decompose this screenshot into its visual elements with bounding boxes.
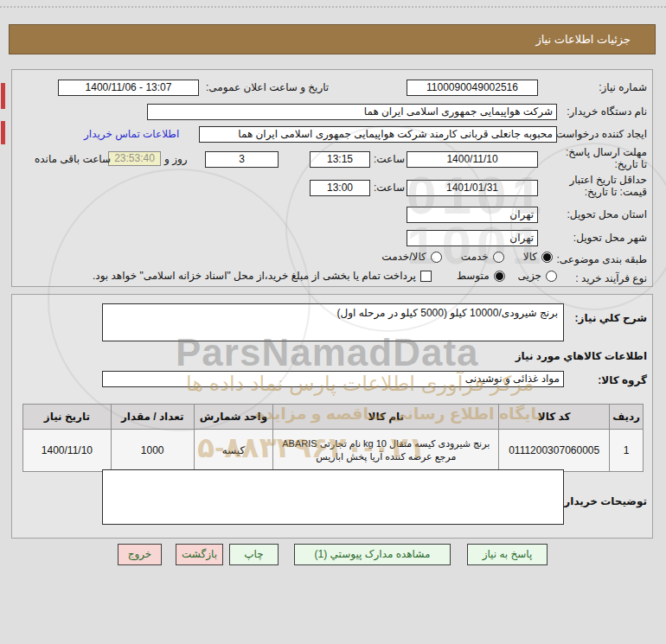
goods-table: ردیف کد کالا نام کالا واحد شمارش تعداد /… (22, 404, 644, 472)
need-number-label: شماره نیاز: (599, 81, 647, 93)
delivery-city-field[interactable]: تهران (407, 230, 538, 246)
print-button[interactable]: چاپ (229, 544, 279, 565)
classification-option-goods[interactable]: کالا (523, 251, 553, 263)
cell-item-code: 0111200307060005 (499, 430, 610, 472)
top-dotted-divider (0, 6, 666, 8)
col-item-code: کد کالا (499, 405, 610, 430)
respond-to-need-button[interactable]: پاسخ به نیاز (467, 544, 548, 565)
price-validity-label: حداقل تاریخ اعتبار قیمت: تا تاریخ: (555, 174, 647, 198)
delivery-city-label: شهر محل تحویل: (573, 232, 647, 244)
classification-option-service[interactable]: خدمت (461, 251, 504, 263)
general-description-label: شرح كلي نیاز: (575, 312, 647, 324)
exit-button[interactable]: خروج (118, 544, 162, 565)
cell-count-unit: کیسه (194, 430, 273, 472)
process-option-minor[interactable]: جزیی (518, 270, 557, 282)
announce-datetime-label: تاریخ و ساعت اعلان عمومی: (206, 81, 329, 93)
buyer-contact-link[interactable]: اطلاعات تماس خریدار (84, 128, 179, 140)
reply-deadline-label: مهلت ارسال پاسخ: تا تاریخ: (560, 146, 647, 170)
red-stamp-mark (1, 121, 5, 144)
cell-row-number: 1 (610, 430, 644, 472)
price-validity-time-label: ساعت: (374, 182, 405, 194)
view-attachments-button[interactable]: مشاهده مدارک پیوستي (1) (294, 544, 451, 565)
buyer-notes-label: توضیحات خریدار: (560, 495, 647, 507)
days-remaining-field[interactable]: 3 (205, 151, 279, 168)
classification-option-goods-service[interactable]: کالا/خدمت (381, 251, 441, 263)
col-row-number: ردیف (610, 405, 644, 430)
red-stamp-mark (1, 83, 5, 109)
need-details-panel: شرح كلي نیاز: برنج شیرودی/10000 کیلو (50… (11, 294, 653, 539)
process-option-medium[interactable]: متوسط (457, 270, 505, 282)
radio-minor-label: جزیی (518, 270, 541, 282)
col-count-unit: واحد شمارش (194, 405, 273, 430)
treasury-payment-option[interactable]: پرداخت تمام یا بخشی از مبلغ خرید،از محل … (93, 270, 432, 282)
radio-goods-icon[interactable] (541, 252, 553, 263)
need-info-panel: شماره نیاز: 1100090049002516 تاریخ و ساع… (11, 69, 653, 287)
radio-goods-label: کالا (523, 251, 537, 263)
page-title: جزئیات اطلاعات نیاز (535, 33, 631, 46)
reply-deadline-date-field[interactable]: 1400/11/10 (407, 151, 538, 168)
back-button[interactable]: بازگشت (176, 544, 223, 565)
col-need-date: تاریخ نیاز (23, 405, 112, 430)
days-and-label: روز و (164, 153, 188, 165)
treasury-checkbox-label: پرداخت تمام یا بخشی از مبلغ خرید،از محل … (93, 270, 416, 282)
goods-group-field[interactable]: مواد غذائی و نوشیدنی (102, 371, 564, 387)
radio-service-icon[interactable] (493, 252, 504, 263)
col-quantity: تعداد / مقدار (111, 405, 194, 430)
process-type-label: نوع فرآیند خرید : (575, 272, 647, 284)
treasury-checkbox-icon[interactable] (420, 271, 432, 282)
price-validity-date-field[interactable]: 1401/01/31 (407, 180, 538, 196)
process-type-options: جزیی متوسط پرداخت تمام یا بخشی از مبلغ خ… (93, 270, 557, 282)
radio-service-label: خدمت (461, 251, 489, 263)
general-description-field[interactable]: برنج شیرودی/10000 کیلو (5000 کیلو در مرح… (102, 303, 564, 341)
request-creator-field[interactable]: محبوبه جانعلی قربانی کارمند شرکت هواپیما… (199, 126, 557, 143)
reply-deadline-time-label: ساعت: (374, 153, 405, 165)
col-item-name: نام کالا (273, 405, 499, 430)
cell-item-name: برنج شیرودی کیسه متقال 10 kg نام تجارتی … (273, 430, 499, 472)
delivery-province-field[interactable]: تهران (407, 207, 538, 223)
request-creator-label: ایجاد کننده درخواست: (553, 128, 647, 140)
buyer-org-label: نام دستگاه خریدار: (567, 105, 647, 118)
goods-table-row: 1 0111200307060005 برنج شیرودی کیسه متقا… (23, 430, 644, 472)
delivery-province-label: استان محل تحویل: (567, 208, 647, 220)
classification-label: طبقه بندی موضوعی: (556, 253, 647, 265)
cell-quantity: 1000 (111, 430, 194, 472)
goods-info-heading: اطلاعات كالاهاي مورد نیاز (516, 350, 647, 362)
classification-options: کالا خدمت کالا/خدمت (381, 251, 553, 263)
buyer-notes-field[interactable] (102, 469, 564, 525)
goods-group-label: گروه کالا: (598, 374, 647, 386)
radio-goods-service-label: کالا/خدمت (381, 251, 426, 263)
need-number-field[interactable]: 1100090049002516 (407, 80, 538, 96)
procurement-need-details-page: { "page": {"background": "#dfdfdf", "tit… (0, 0, 666, 644)
hours-remaining-label: ساعت باقی مانده (35, 153, 111, 165)
countdown-timer: 23:53:40 (108, 151, 161, 166)
radio-medium-icon[interactable] (494, 271, 505, 282)
radio-medium-label: متوسط (457, 270, 490, 282)
buyer-org-field[interactable]: شرکت هواپیمایی جمهوری اسلامی ایران هما (147, 104, 557, 120)
radio-minor-icon[interactable] (546, 271, 557, 282)
announce-datetime-field[interactable]: 1400/11/06 - 13:07 (58, 80, 199, 96)
radio-goods-service-icon[interactable] (431, 252, 442, 263)
price-validity-time-field[interactable]: 13:00 (310, 180, 370, 196)
reply-deadline-time-field[interactable]: 13:15 (310, 151, 370, 168)
cell-need-date: 1400/11/10 (23, 430, 112, 472)
page-title-bar: جزئیات اطلاعات نیاز (9, 24, 656, 54)
goods-table-header-row: ردیف کد کالا نام کالا واحد شمارش تعداد /… (23, 405, 644, 430)
